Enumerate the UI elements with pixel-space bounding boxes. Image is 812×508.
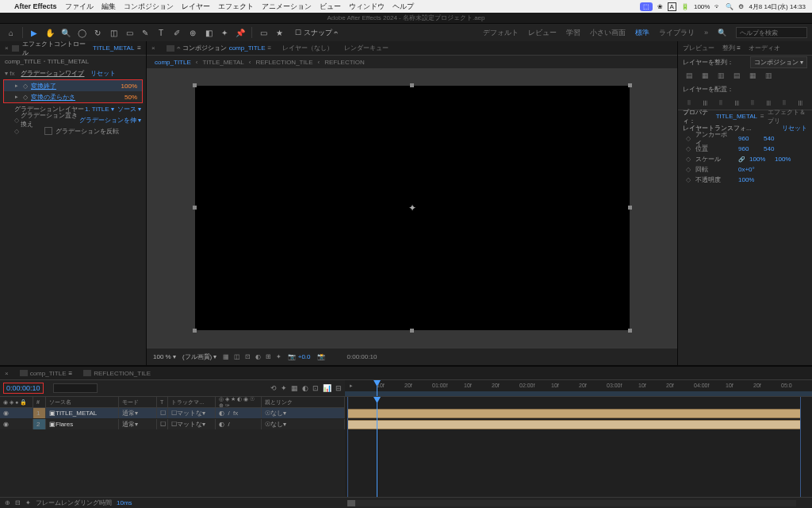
workspace-default[interactable]: デフォルト — [483, 28, 519, 38]
align-to-dropdown[interactable]: コンポジション ▾ — [750, 56, 807, 68]
mask-icon[interactable]: ◫ — [234, 353, 240, 360]
align-tab[interactable]: 整列 ≡ — [722, 44, 741, 52]
puppet-tool-icon[interactable]: 📌 — [234, 26, 247, 39]
dist-icon[interactable]: ⫴ — [683, 97, 695, 108]
align-middle-icon[interactable]: ▦ — [746, 70, 759, 81]
menu-layer[interactable]: レイヤー — [182, 2, 210, 12]
prop-rotation[interactable]: ◇回転0x+0° — [678, 164, 812, 175]
workspace-library[interactable]: ライブラリ — [659, 28, 695, 38]
render-queue-tab[interactable]: レンダーキュー — [344, 44, 389, 52]
orbit-tool-icon[interactable]: ◯ — [75, 26, 88, 39]
effect-header[interactable]: ▾ fx グラデーションワイプ リセット — [0, 67, 146, 79]
region-icon[interactable]: ⊡ — [245, 353, 251, 360]
align-bottom-icon[interactable]: ▥ — [762, 70, 775, 81]
handle[interactable] — [410, 329, 414, 333]
handle[interactable] — [193, 329, 197, 333]
timeline-search[interactable] — [53, 383, 98, 393]
align-left-icon[interactable]: ▤ — [683, 70, 695, 81]
rotate-tool-icon[interactable]: ↻ — [91, 26, 104, 39]
breadcrumb-item[interactable]: REFLECTION — [324, 59, 365, 66]
rect-icon[interactable]: ▭ — [257, 26, 270, 39]
current-time[interactable]: 0:00:00:10 — [347, 353, 377, 360]
prop-transition-end[interactable]: ▸◇ 変換終了 100% — [4, 80, 142, 91]
menu-composition[interactable]: コンポジション — [124, 2, 174, 12]
composition-viewer[interactable]: ✦ — [147, 68, 677, 348]
text-tool-icon[interactable]: T — [155, 26, 167, 39]
menu-edit[interactable]: 編集 — [102, 2, 116, 12]
exposure[interactable]: 📷 +0.0 — [288, 353, 310, 360]
handle[interactable] — [628, 329, 632, 333]
effect-reset[interactable]: リセット — [90, 69, 116, 78]
layer-row[interactable]: ◉ 1 ▣ TITLE_METAL 通常 ▾ ☐ ☐ マットな▾ ◐ / fx … — [0, 408, 345, 419]
fx-preset-tab[interactable]: エフェクト＆プリ — [768, 108, 807, 125]
snap-toggle[interactable]: ☐ スナップ 𝄐 — [295, 28, 338, 38]
effect-name[interactable]: グラデーションワイプ — [21, 69, 84, 78]
clock[interactable]: 4月8 14日(水) 14:33 — [749, 2, 806, 11]
battery-icon[interactable]: 🔋 — [681, 3, 689, 10]
checkbox[interactable] — [44, 127, 52, 135]
color-icon[interactable]: ✦ — [276, 353, 282, 360]
tl-icon[interactable]: 📊 — [323, 384, 331, 392]
prop-anchor[interactable]: ◇アンカーポイ…960540 — [678, 133, 812, 144]
menu-file[interactable]: ファイル — [65, 2, 94, 12]
shape-tool-icon[interactable]: ▭ — [123, 26, 136, 39]
layer-bar[interactable] — [347, 420, 801, 429]
tl-icon[interactable]: ◐ — [302, 384, 308, 392]
handle[interactable] — [628, 206, 632, 210]
zoom-scrubber[interactable] — [347, 500, 796, 506]
layer-row[interactable]: ◉ 2 ▣ Flares 通常 ▾ ☐ ☐ マットな▾ ◐ / ☉ なし ▾ — [0, 419, 345, 430]
menu-animation[interactable]: アニメーション — [262, 2, 312, 12]
wifi-icon[interactable]: ᯤ — [714, 3, 721, 10]
dist-icon[interactable]: ⫴ — [778, 97, 791, 108]
comp-tab-active[interactable]: 𝄐 コンポジション comp_TITLE ≡ — [167, 44, 271, 52]
menubar-icon[interactable]: ❀ — [657, 3, 663, 10]
timeline-track-area[interactable] — [345, 397, 812, 508]
grid-icon[interactable]: ▦ — [223, 353, 229, 360]
toggle-icon[interactable]: ⊟ — [15, 499, 21, 506]
workspace-learn[interactable]: 学習 — [566, 28, 580, 38]
prop-opacity[interactable]: ◇不透明度100% — [678, 175, 812, 185]
work-area-start[interactable] — [347, 397, 348, 508]
panel-menu-icon[interactable]: × — [5, 44, 9, 52]
prop-scale[interactable]: ◇スケール🔗100%100% — [678, 154, 812, 164]
breadcrumb-item[interactable]: comp_TITLE — [155, 59, 191, 66]
anchor-point-icon[interactable]: ✦ — [408, 202, 416, 214]
prop-transition-soft[interactable]: ▸◇ 変換の柔らかさ 50% — [4, 91, 142, 102]
align-top-icon[interactable]: ▤ — [730, 70, 743, 81]
prop-position[interactable]: ◇位置960540 — [678, 144, 812, 154]
dist-icon[interactable]: ⫼ — [730, 97, 743, 108]
audio-tab[interactable]: オーディオ — [749, 44, 780, 52]
transform-reset[interactable]: リセット — [782, 124, 807, 133]
menu-help[interactable]: ヘルプ — [393, 2, 414, 12]
timeline-tab-comp[interactable]: comp_TITLE ≡ — [20, 370, 72, 377]
handle[interactable] — [193, 206, 197, 210]
search-icon[interactable]: 🔍 — [726, 3, 733, 10]
menu-window[interactable]: ウィンドウ — [349, 2, 385, 12]
playhead[interactable] — [377, 380, 377, 396]
menu-view[interactable]: ビュー — [320, 2, 341, 12]
snapshot-icon[interactable]: 📸 — [317, 353, 325, 360]
roto-tool-icon[interactable]: ✦ — [218, 26, 231, 39]
camera-tool-icon[interactable]: ◫ — [107, 26, 120, 39]
work-area-end[interactable] — [800, 397, 801, 508]
clone-tool-icon[interactable]: ⊕ — [186, 26, 199, 39]
dist-icon[interactable]: ⫴ — [714, 97, 727, 108]
breadcrumb-item[interactable]: TITLE_METAL — [202, 59, 243, 66]
menu-effect[interactable]: エフェクト — [218, 2, 254, 12]
dist-icon[interactable]: ⫴ — [746, 97, 759, 108]
handle[interactable] — [628, 83, 632, 87]
playhead-line[interactable] — [377, 397, 377, 508]
zoom-dropdown[interactable]: 100 % ▾ — [153, 353, 176, 360]
status-pill-icon[interactable]: ⬚ — [640, 2, 653, 11]
workspace-review[interactable]: レビュー — [528, 28, 557, 38]
effects-tab[interactable]: エフェクトコントロール — [22, 40, 90, 57]
prop-grad-invert[interactable]: ◇ グラデーションを反転 — [0, 125, 146, 137]
layer-tab[interactable]: レイヤー（なし） — [282, 44, 333, 52]
hand-tool-icon[interactable]: ✋ — [44, 26, 56, 39]
dist-icon[interactable]: ⫼ — [794, 97, 806, 108]
star-icon[interactable]: ★ — [273, 26, 285, 39]
tl-icon[interactable]: ⊟ — [335, 384, 342, 392]
help-search-input[interactable] — [736, 27, 807, 38]
pen-tool-icon[interactable]: ✎ — [139, 26, 151, 39]
panel-icon[interactable]: × — [5, 370, 9, 377]
